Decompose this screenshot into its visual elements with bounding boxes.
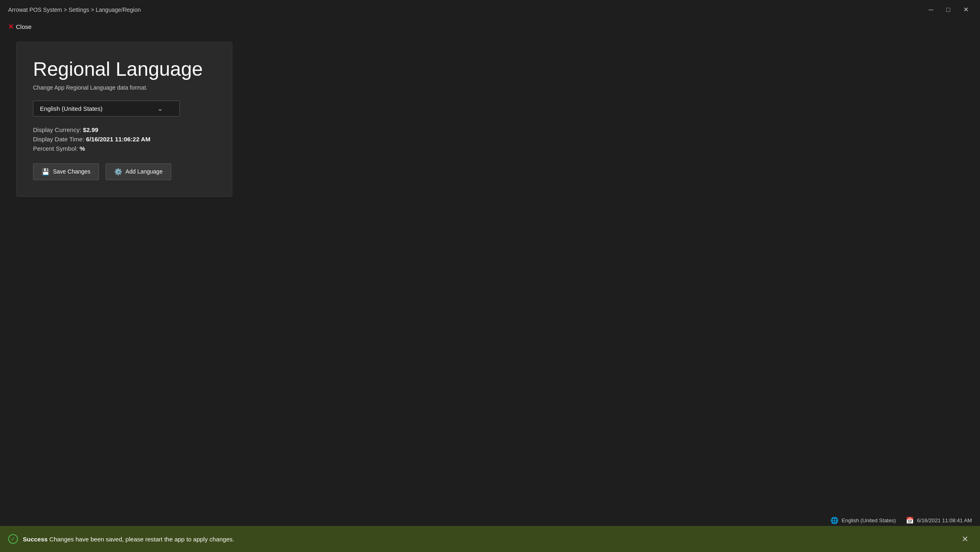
taskbar: 🌐 English (United States) 📅 6/16/2021 11… <box>822 513 980 528</box>
status-text: Success Changes have been saved, please … <box>23 536 234 543</box>
window-close-button[interactable]: ✕ <box>960 5 972 15</box>
currency-value: $2.99 <box>83 126 99 133</box>
percent-value: % <box>79 145 85 152</box>
language-dropdown[interactable]: English (United States) English (United … <box>33 101 180 117</box>
language-dropdown-wrapper: English (United States) English (United … <box>33 101 216 117</box>
title-bar: Arrowat POS System > Settings > Language… <box>0 0 980 20</box>
success-icon: ✓ <box>8 534 18 544</box>
currency-label: Display Currency: <box>33 126 81 133</box>
save-icon: 💾 <box>42 168 50 176</box>
save-changes-button[interactable]: 💾 Save Changes <box>33 163 99 180</box>
datetime-label: Display Date Time: <box>33 136 84 143</box>
taskbar-language: 🌐 English (United States) <box>830 517 896 524</box>
window-title: Arrowat POS System > Settings > Language… <box>8 7 141 13</box>
status-bar: ✓ Success Changes have been saved, pleas… <box>0 526 980 552</box>
status-message: Changes have been saved, please restart … <box>49 536 234 543</box>
window-controls: ─ □ ✕ <box>925 5 972 15</box>
taskbar-datetime: 📅 6/16/2021 11:08:41 AM <box>906 517 972 524</box>
button-row: 💾 Save Changes ⚙️ Add Language <box>33 163 216 180</box>
minimize-button[interactable]: ─ <box>925 5 936 15</box>
info-section: Display Currency: $2.99 Display Date Tim… <box>33 126 216 152</box>
add-language-button[interactable]: ⚙️ Add Language <box>106 163 171 180</box>
card-title: Regional Language <box>33 59 216 80</box>
close-x-icon: ✕ <box>8 23 13 31</box>
currency-row: Display Currency: $2.99 <box>33 126 216 133</box>
regional-language-card: Regional Language Change App Regional La… <box>16 42 232 197</box>
taskbar-language-label: English (United States) <box>842 517 896 523</box>
card-subtitle: Change App Regional Language data format… <box>33 84 216 91</box>
datetime-value: 6/16/2021 11:06:22 AM <box>86 136 150 143</box>
percent-label: Percent Symbol: <box>33 145 78 152</box>
taskbar-datetime-label: 6/16/2021 11:08:41 AM <box>917 517 972 523</box>
close-link-label: Close <box>16 23 31 30</box>
maximize-button[interactable]: □ <box>943 5 954 15</box>
main-content: Regional Language Change App Regional La… <box>0 34 980 205</box>
save-button-label: Save Changes <box>53 168 90 175</box>
add-language-button-label: Add Language <box>126 168 163 175</box>
calendar-taskbar-icon: 📅 <box>906 517 914 524</box>
percent-row: Percent Symbol: % <box>33 145 216 152</box>
add-language-icon: ⚙️ <box>114 168 122 176</box>
close-link[interactable]: ✕ Close <box>0 20 40 34</box>
datetime-row: Display Date Time: 6/16/2021 11:06:22 AM <box>33 136 216 143</box>
status-bar-left: ✓ Success Changes have been saved, pleas… <box>8 534 234 544</box>
status-success-label: Success <box>23 536 48 543</box>
status-close-button[interactable]: ✕ <box>958 532 972 545</box>
language-taskbar-icon: 🌐 <box>830 517 839 524</box>
